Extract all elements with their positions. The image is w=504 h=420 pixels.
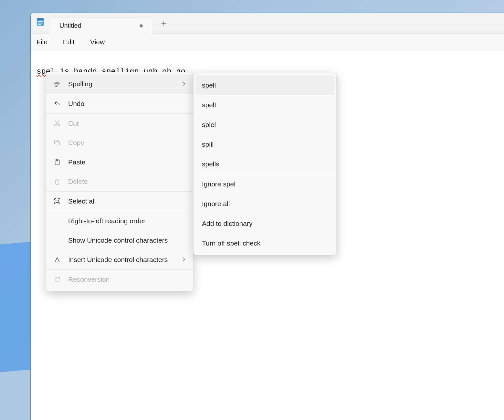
menu-item-label: Delete <box>68 178 88 185</box>
menu-item-label: Ignore spel <box>202 180 236 188</box>
menu-item-label: Copy <box>68 139 84 147</box>
menu-item-paste[interactable]: Paste <box>46 152 193 172</box>
chevron-right-icon <box>182 80 186 88</box>
menu-item-label: Select all <box>68 197 96 205</box>
tab-untitled[interactable]: Untitled <box>50 17 152 34</box>
menu-item-label: Add to dictionary <box>202 220 252 227</box>
spelling-ignore-all[interactable]: Ignore all <box>194 194 336 214</box>
suggestion-label: spells <box>202 160 219 168</box>
menu-item-select-all[interactable]: Select all <box>46 192 193 211</box>
menu-item-label: Ignore all <box>202 200 230 208</box>
menu-item-insert-unicode[interactable]: Insert Unicode control characters <box>46 250 193 269</box>
paste-icon <box>53 158 61 166</box>
context-menu: ABC Spelling Undo Cut Copy Paste <box>46 72 193 291</box>
menu-item-label: Show Unicode control characters <box>68 236 168 244</box>
select-all-icon <box>53 197 61 205</box>
tab-title: Untitled <box>59 22 81 29</box>
svg-rect-11 <box>56 200 58 202</box>
blank-icon <box>53 217 61 225</box>
menu-item-label: Insert Unicode control characters <box>68 256 168 264</box>
titlebar: Untitled <box>31 13 504 34</box>
menu-item-undo[interactable]: Undo <box>46 94 193 113</box>
delete-icon <box>53 178 61 185</box>
spelling-submenu: spell spelt spiel spill spells Ignore sp… <box>193 73 337 255</box>
menu-item-reconversion: Reconversion <box>46 270 193 289</box>
spelling-suggestion[interactable]: spiel <box>194 115 336 134</box>
spelling-suggestion[interactable]: spelt <box>194 95 336 115</box>
suggestion-label: spelt <box>202 101 216 109</box>
svg-rect-1 <box>37 18 44 20</box>
insert-unicode-icon <box>53 256 61 264</box>
menu-view[interactable]: View <box>89 37 106 47</box>
svg-text:ABC: ABC <box>54 81 60 84</box>
menu-item-rtl[interactable]: Right-to-left reading order <box>46 211 193 231</box>
menu-item-label: Reconversion <box>68 276 110 283</box>
menu-item-label: Paste <box>68 158 86 166</box>
spelling-suggestion[interactable]: spells <box>194 154 336 174</box>
menu-file[interactable]: File <box>35 37 49 47</box>
suggestion-label: spiel <box>202 121 216 129</box>
menu-item-label: Undo <box>68 100 84 108</box>
suggestion-label: spell <box>202 81 216 89</box>
menubar: File Edit View <box>31 34 504 50</box>
reconversion-icon <box>53 276 61 283</box>
notepad-app-icon <box>36 17 45 26</box>
new-tab-button[interactable] <box>156 16 172 31</box>
menu-item-show-unicode[interactable]: Show Unicode control characters <box>46 231 193 250</box>
spelling-suggestion[interactable]: spill <box>194 134 336 154</box>
menu-item-spelling[interactable]: ABC Spelling <box>46 74 193 94</box>
spelling-turn-off[interactable]: Turn off spell check <box>194 233 336 253</box>
chevron-right-icon <box>182 256 186 264</box>
spelling-suggestion[interactable]: spell <box>195 75 334 95</box>
svg-rect-8 <box>56 142 59 145</box>
spelling-add-to-dictionary[interactable]: Add to dictionary <box>194 214 336 233</box>
menu-item-label: Spelling <box>68 80 92 88</box>
svg-rect-10 <box>56 159 58 161</box>
undo-icon <box>53 100 61 108</box>
menu-item-label: Right-to-left reading order <box>68 217 145 225</box>
menu-edit[interactable]: Edit <box>62 37 76 47</box>
copy-icon <box>53 139 61 147</box>
suggestion-label: spill <box>202 141 214 148</box>
blank-icon <box>53 236 61 244</box>
menu-item-copy: Copy <box>46 133 193 152</box>
spelling-ignore-word[interactable]: Ignore spel <box>194 174 336 194</box>
menu-item-label: Turn off spell check <box>202 239 260 247</box>
menu-item-cut: Cut <box>46 114 193 133</box>
tab-dirty-indicator-icon[interactable] <box>140 24 143 27</box>
menu-item-label: Cut <box>68 120 79 127</box>
menu-item-delete: Delete <box>46 172 193 191</box>
spelling-icon: ABC <box>53 80 61 88</box>
cut-icon <box>53 120 61 127</box>
